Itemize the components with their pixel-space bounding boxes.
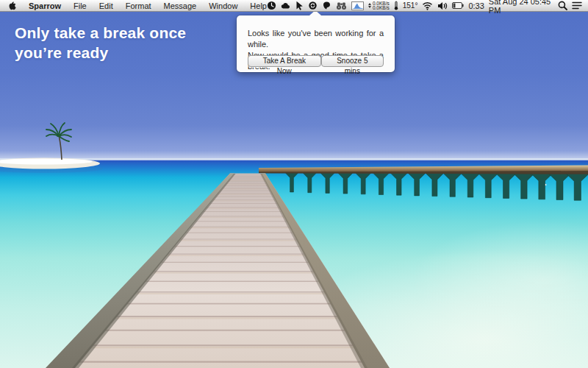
apple-menu-icon[interactable] bbox=[8, 1, 16, 10]
net-down-value: 0.0KB/s bbox=[373, 6, 390, 10]
cursor-icon[interactable] bbox=[295, 1, 304, 10]
menu-format[interactable]: Format bbox=[126, 1, 151, 10]
sync-icon[interactable] bbox=[308, 1, 318, 10]
temperature-value[interactable]: 151° bbox=[403, 1, 418, 10]
battery-time-remaining[interactable]: 0:33 bbox=[468, 1, 484, 10]
net-arrows bbox=[368, 3, 371, 8]
break-reminder-popover: Looks like you've been working for a whi… bbox=[237, 15, 395, 72]
spotlight-search-icon[interactable] bbox=[558, 1, 567, 10]
thermometer-icon[interactable] bbox=[394, 1, 398, 10]
headline-line1: Only take a break once bbox=[15, 23, 186, 43]
upload-arrow-icon bbox=[368, 3, 371, 5]
volume-icon[interactable] bbox=[437, 1, 448, 10]
wifi-icon[interactable] bbox=[422, 1, 433, 10]
take-a-break-now-button[interactable]: Take A Break Now bbox=[248, 55, 321, 67]
binoculars-icon[interactable] bbox=[336, 1, 347, 10]
snooze-5-mins-button[interactable]: Snooze 5 mins bbox=[321, 55, 384, 67]
popover-buttons: Take A Break Now Snooze 5 mins bbox=[248, 55, 384, 67]
menu-message[interactable]: Message bbox=[164, 1, 197, 10]
menu-window[interactable]: Window bbox=[209, 1, 237, 10]
menu-help[interactable]: Help bbox=[250, 1, 267, 10]
app-menu-sparrow[interactable]: Sparrow bbox=[29, 1, 61, 10]
evernote-icon[interactable] bbox=[322, 1, 331, 10]
desktop: Only take a break once you’re ready Spar… bbox=[0, 0, 588, 368]
menu-bar-left: Sparrow File Edit Format Message Window … bbox=[0, 1, 267, 10]
network-speed-readout[interactable]: 0.0KB/s 0.0KB/s bbox=[368, 1, 390, 10]
menu-bar-clock[interactable]: Sat Aug 24 05:45 PM bbox=[489, 0, 553, 15]
battery-icon[interactable] bbox=[452, 2, 464, 9]
time-out-clock-icon[interactable] bbox=[267, 1, 276, 10]
download-arrow-icon bbox=[368, 6, 371, 8]
menu-bar-status-items: 0.0KB/s 0.0KB/s 151° bbox=[267, 0, 588, 15]
popover-message-line1: Looks like you've been working for a whi… bbox=[248, 28, 384, 50]
menu-edit[interactable]: Edit bbox=[99, 1, 113, 10]
menu-bar: Sparrow File Edit Format Message Window … bbox=[0, 0, 588, 12]
wallpaper-headline: Only take a break once you’re ready bbox=[15, 23, 186, 63]
menu-file[interactable]: File bbox=[74, 1, 87, 10]
cloud-icon[interactable] bbox=[281, 1, 291, 10]
notification-center-icon[interactable] bbox=[572, 1, 582, 10]
network-graph-icon[interactable] bbox=[351, 1, 364, 10]
headline-line2: you’re ready bbox=[15, 43, 186, 63]
